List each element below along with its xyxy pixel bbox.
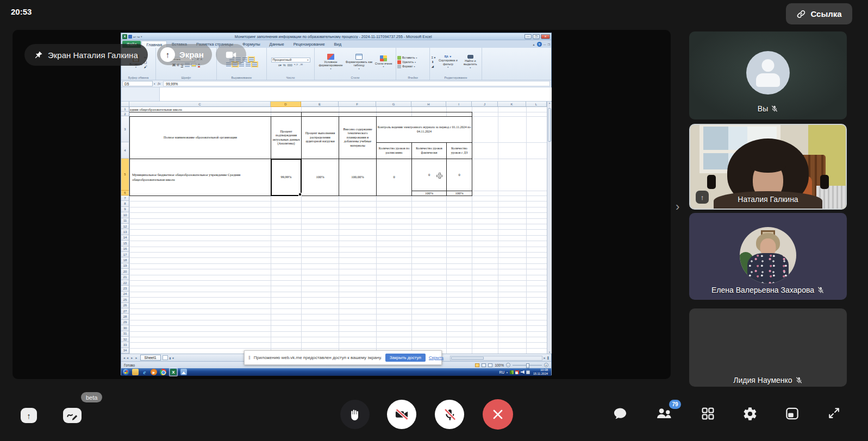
- format-cells-button[interactable]: Формат: [397, 65, 415, 68]
- screen-share-indicator-button[interactable]: ↑ Экран: [157, 44, 212, 65]
- grid-view-button[interactable]: [701, 406, 715, 421]
- row-header-30[interactable]: 30: [121, 325, 129, 331]
- tray-network-icon[interactable]: [526, 370, 530, 374]
- header-cell-lessons-scheduled[interactable]: Количество уроков по расписанию: [376, 142, 412, 159]
- scroll-right-icon[interactable]: ►▐: [544, 356, 549, 360]
- taskbar-excel-active[interactable]: X: [169, 368, 178, 376]
- sort-filter-button[interactable]: Я̧А ▼Сортировка и фильтр: [437, 55, 459, 69]
- cell-h5[interactable]: 0: [411, 159, 447, 191]
- column-header-f[interactable]: F: [339, 102, 376, 107]
- cell-d5-selected[interactable]: 99,99%: [271, 159, 302, 196]
- row-header-1[interactable]: 1: [121, 107, 129, 112]
- help-icon[interactable]: ?: [537, 42, 542, 47]
- row-header-23[interactable]: 23: [121, 286, 129, 291]
- participant-tile-you[interactable]: Вы: [689, 32, 847, 119]
- tray-volume-icon[interactable]: [521, 370, 524, 374]
- cell-i6[interactable]: 100%: [446, 191, 472, 196]
- fullscreen-button[interactable]: [827, 406, 841, 420]
- taskbar-media-icon[interactable]: ▶: [151, 369, 157, 375]
- insert-cells-button[interactable]: Вставить: [397, 56, 417, 60]
- end-call-button[interactable]: [483, 399, 513, 430]
- notice-drag-handle[interactable]: ‖: [248, 355, 251, 361]
- row-header-13[interactable]: 13: [121, 229, 129, 235]
- autosum-icon[interactable]: Σ ▾: [432, 56, 436, 59]
- header-cell-lessons-actual[interactable]: Количество уроков фактически: [411, 142, 447, 159]
- cell-styles-button[interactable]: Стили ячеек: [374, 55, 393, 68]
- row-header-21[interactable]: 21: [121, 275, 129, 280]
- column-header-d[interactable]: D: [271, 102, 301, 107]
- row-header-3[interactable]: 3: [121, 116, 129, 142]
- tray-clock[interactable]: 10:0815.11.2024: [532, 368, 549, 376]
- sheet-tab-sheet1[interactable]: Sheet1: [140, 355, 161, 361]
- page-break-view-icon[interactable]: [488, 363, 492, 367]
- row-header-12[interactable]: 12: [121, 224, 129, 229]
- column-header-e[interactable]: E: [301, 102, 339, 107]
- row-header-9[interactable]: 9: [121, 207, 129, 212]
- taskbar-viewer-icon[interactable]: [180, 369, 187, 375]
- insert-worksheet-icon[interactable]: [163, 355, 168, 360]
- minimize-button[interactable]: —: [524, 34, 532, 39]
- whiteboard-button[interactable]: [63, 408, 82, 423]
- tray-flag-icon[interactable]: [515, 370, 519, 374]
- scroll-down-icon[interactable]: ▼: [548, 351, 551, 354]
- select-all-corner[interactable]: [121, 102, 129, 107]
- row-header-2[interactable]: 2: [121, 112, 129, 116]
- close-button[interactable]: ✕: [541, 34, 550, 39]
- decrease-decimal-icon[interactable]: ·⁰⁰: [299, 64, 303, 67]
- maximize-button[interactable]: ❐: [533, 34, 540, 39]
- comma-style-button[interactable]: 000: [288, 64, 292, 67]
- language-indicator[interactable]: RU: [499, 370, 504, 374]
- header-cell-journal-control[interactable]: Контроль ведения электронного журнала за…: [376, 116, 472, 143]
- sidebar-collapse-chevron[interactable]: ›: [676, 200, 679, 214]
- row-header-16[interactable]: 16: [121, 247, 129, 252]
- header-cell-confirm-pct[interactable]: Процент подтверждения актуальных данных …: [271, 116, 302, 159]
- participants-button[interactable]: [655, 406, 673, 421]
- pinned-screen-label[interactable]: Экран Наталия Галкина: [24, 44, 148, 66]
- row-header-20[interactable]: 20: [121, 269, 129, 274]
- row-header-18[interactable]: 18: [121, 257, 129, 263]
- mic-off-button[interactable]: [435, 400, 464, 429]
- collapse-ribbon-icon[interactable]: ▲: [533, 43, 535, 46]
- header-cell-content-added[interactable]: Внесено содержание тематического планиро…: [339, 116, 377, 159]
- quick-access-toolbar[interactable]: ↩↪▾: [128, 35, 142, 39]
- tab-data[interactable]: Данные: [265, 41, 289, 48]
- row-header-32[interactable]: 32: [121, 337, 129, 342]
- row-header-28[interactable]: 28: [121, 314, 129, 319]
- hide-notice-link[interactable]: Скрыть: [429, 355, 444, 360]
- format-as-table-button[interactable]: Форматировать как таблицу: [346, 54, 373, 70]
- raise-hand-button[interactable]: [340, 400, 370, 429]
- cell-h6[interactable]: 100%: [411, 191, 447, 196]
- zoom-slider[interactable]: [513, 365, 542, 366]
- start-button[interactable]: [123, 369, 129, 375]
- vertical-scrollbar[interactable]: ▲▼: [547, 102, 552, 354]
- camera-overlay-button[interactable]: [216, 44, 246, 65]
- row-header-10[interactable]: 10: [121, 212, 129, 218]
- name-box[interactable]: D5: [122, 81, 153, 86]
- cell-c5-org-name[interactable]: Муниципальное бюджетное общеобразователь…: [129, 159, 271, 196]
- delete-cells-button[interactable]: Удалить: [397, 60, 416, 64]
- row-header-6[interactable]: 6: [121, 191, 129, 196]
- column-header-g[interactable]: G: [376, 102, 411, 107]
- name-box-dropdown-icon[interactable]: ▾: [154, 83, 155, 85]
- tab-view[interactable]: Вид: [330, 41, 346, 48]
- row-header-31[interactable]: 31: [121, 331, 129, 337]
- row-header-11[interactable]: 11: [121, 218, 129, 224]
- wrap-text-icon[interactable]: [249, 58, 254, 61]
- workbook-restore-icon[interactable]: ❐: [548, 43, 550, 46]
- scroll-up-icon[interactable]: ▲: [548, 102, 551, 104]
- header-cell-org-name[interactable]: Полное наименование образовательной орга…: [129, 116, 271, 159]
- redo-icon[interactable]: ↪: [137, 35, 140, 39]
- normal-view-icon[interactable]: [475, 363, 479, 367]
- camera-off-button[interactable]: [387, 400, 416, 429]
- find-select-button[interactable]: Найти и выделить: [460, 55, 480, 69]
- screen-share-button[interactable]: ↑: [21, 408, 37, 423]
- row-header-17[interactable]: 17: [121, 252, 129, 257]
- horizontal-scrollbar[interactable]: [450, 356, 542, 361]
- horizontal-scroll-thumb[interactable]: [451, 357, 484, 360]
- row-header-19[interactable]: 19: [121, 263, 129, 269]
- percent-style-button[interactable]: %: [283, 64, 286, 67]
- stop-sharing-button[interactable]: Закрыть доступ: [385, 354, 426, 362]
- row-header-33[interactable]: 33: [121, 342, 129, 348]
- fill-icon[interactable]: ⬇: [432, 60, 436, 64]
- row-header-7[interactable]: 7: [121, 196, 129, 201]
